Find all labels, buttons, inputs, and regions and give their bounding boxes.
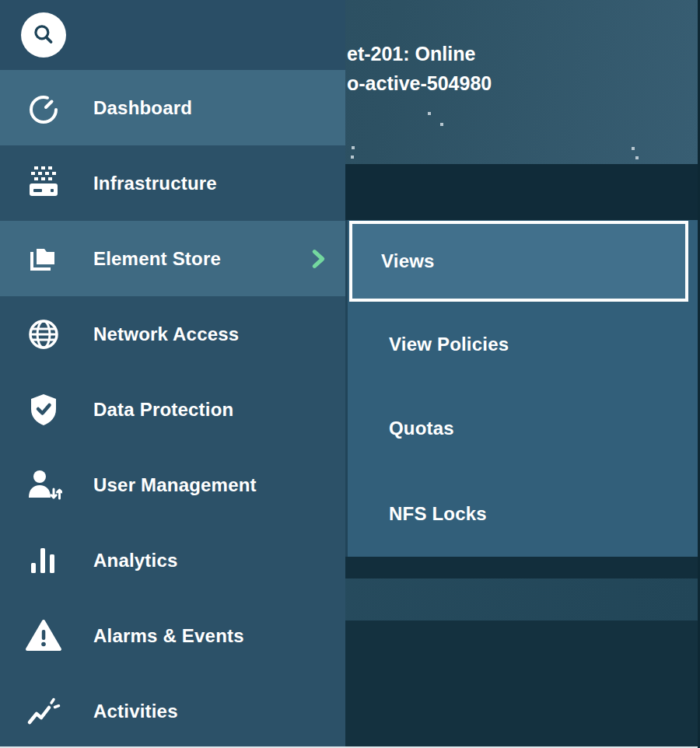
sidebar-item-label: Alarms & Events bbox=[93, 625, 244, 647]
sidebar-item-label: Element Store bbox=[93, 248, 221, 270]
sidebar-item-element-store[interactable]: Element Store bbox=[0, 221, 345, 296]
sidebar-item-label: Dashboard bbox=[93, 97, 192, 119]
shield-check-icon bbox=[25, 391, 62, 428]
bar-chart-icon bbox=[25, 542, 62, 579]
background-dot bbox=[351, 156, 354, 159]
chevron-right-icon bbox=[306, 247, 330, 271]
sidebar-search-area bbox=[0, 0, 345, 70]
submenu-item-label: View Policies bbox=[389, 334, 509, 355]
cluster-status-line: et-201: Online bbox=[347, 39, 492, 68]
globe-icon bbox=[25, 316, 62, 353]
sidebar-item-activities[interactable]: Activities bbox=[0, 673, 345, 748]
submenu-item-views[interactable]: Views bbox=[349, 221, 688, 302]
gauge-icon bbox=[25, 89, 62, 127]
search-button[interactable] bbox=[21, 12, 66, 58]
sidebar-item-label: Network Access bbox=[93, 323, 239, 345]
cluster-subtitle: o-active-504980 bbox=[347, 68, 492, 98]
sidebar-nav: Dashboard Infrastructure Element Store bbox=[0, 0, 345, 748]
sidebar-item-label: User Management bbox=[93, 474, 257, 496]
cluster-state: Online bbox=[415, 43, 476, 65]
warning-triangle-icon bbox=[25, 617, 62, 655]
sidebar-item-label: Data Protection bbox=[93, 399, 233, 421]
trend-line-icon bbox=[25, 693, 62, 730]
background-dot bbox=[440, 123, 443, 126]
background-dot bbox=[352, 146, 355, 149]
submenu-item-label: NFS Locks bbox=[389, 503, 487, 525]
sidebar-item-network-access[interactable]: Network Access bbox=[0, 296, 345, 372]
sidebar-item-alarms-events[interactable]: Alarms & Events bbox=[0, 598, 345, 673]
sidebar-item-label: Infrastructure bbox=[93, 173, 217, 194]
element-store-submenu: Views View Policies Quotas NFS Locks bbox=[345, 220, 700, 557]
background-dot bbox=[635, 156, 639, 159]
user-arrows-icon bbox=[25, 467, 62, 504]
submenu-item-quotas[interactable]: Quotas bbox=[345, 386, 700, 470]
server-icon bbox=[25, 165, 62, 202]
submenu-item-nfs-locks[interactable]: NFS Locks bbox=[345, 470, 700, 557]
sidebar-item-infrastructure[interactable]: Infrastructure bbox=[0, 145, 345, 221]
background-dot bbox=[428, 112, 431, 115]
background-dot bbox=[632, 147, 635, 150]
submenu-item-view-policies[interactable]: View Policies bbox=[345, 302, 700, 386]
cluster-status-text: et-201: Online o-active-504980 bbox=[347, 39, 492, 98]
app-window: et-201: Online o-active-504980 Dashboard bbox=[0, 0, 700, 748]
folder-icon bbox=[25, 240, 62, 278]
submenu-item-label: Views bbox=[381, 250, 435, 272]
sidebar-item-label: Activities bbox=[93, 701, 178, 722]
cluster-name: et-201: bbox=[347, 43, 410, 65]
submenu-item-label: Quotas bbox=[389, 418, 454, 439]
sidebar-item-dashboard[interactable]: Dashboard bbox=[0, 70, 345, 145]
sidebar-item-analytics[interactable]: Analytics bbox=[0, 523, 345, 598]
search-icon bbox=[30, 22, 57, 48]
sidebar-item-data-protection[interactable]: Data Protection bbox=[0, 372, 345, 447]
sidebar-item-label: Analytics bbox=[93, 550, 178, 571]
sidebar-item-user-management[interactable]: User Management bbox=[0, 447, 345, 523]
